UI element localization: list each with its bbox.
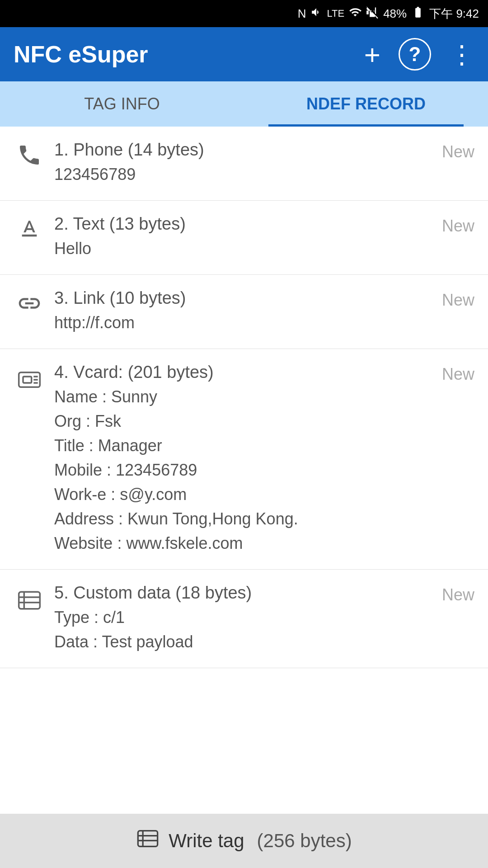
record-text-title: 2. Text (13 bytes) <box>54 214 442 234</box>
tab-bar: TAG INFO NDEF RECORD <box>0 81 488 127</box>
record-custom-badge: New <box>442 583 474 604</box>
record-custom-detail: Type : c/1 Data : Test payload <box>54 605 442 654</box>
record-link-content: 3. Link (10 bytes) http://f.com <box>50 288 442 335</box>
nfc-icon: N <box>298 7 306 21</box>
record-text[interactable]: 2. Text (13 bytes) Hello New <box>0 201 488 275</box>
phone-icon <box>9 140 50 168</box>
vcard-icon <box>9 363 50 392</box>
tab-ndef-record[interactable]: NDEF RECORD <box>244 81 488 127</box>
record-custom-title: 5. Custom data (18 bytes) <box>54 583 442 603</box>
record-vcard-badge: New <box>442 363 474 384</box>
text-icon <box>9 214 50 242</box>
record-vcard-content: 4. Vcard: (201 bytes) Name : Sunny Org :… <box>50 363 442 556</box>
record-link-detail: http://f.com <box>54 311 442 335</box>
write-tag-label: Write tag <box>169 830 244 852</box>
app-title: NFC eSuper <box>14 41 364 68</box>
help-circle-icon: ? <box>399 38 431 71</box>
write-tag-icon <box>136 827 160 855</box>
status-icons: N LTE 48% 下午 9:42 <box>298 6 479 22</box>
write-tag-bytes: (256 bytes) <box>257 830 352 852</box>
record-custom-content: 5. Custom data (18 bytes) Type : c/1 Dat… <box>50 583 442 654</box>
signal-icon <box>366 6 379 22</box>
time: 下午 9:42 <box>429 6 479 22</box>
record-link-title: 3. Link (10 bytes) <box>54 288 442 308</box>
add-button[interactable]: + <box>364 38 380 71</box>
record-text-detail: Hello <box>54 236 442 261</box>
record-phone-content: 1. Phone (14 bytes) 123456789 <box>50 140 442 187</box>
app-bar-actions: + ? ⋮ <box>364 38 474 71</box>
record-link-badge: New <box>442 288 474 310</box>
record-text-badge: New <box>442 214 474 236</box>
record-text-content: 2. Text (13 bytes) Hello <box>50 214 442 261</box>
svg-rect-5 <box>19 592 40 609</box>
records-list: 1. Phone (14 bytes) 123456789 New 2. Tex… <box>0 127 488 668</box>
record-vcard[interactable]: 4. Vcard: (201 bytes) Name : Sunny Org :… <box>0 349 488 570</box>
bottom-bar: Write tag (256 bytes) <box>0 814 488 868</box>
record-phone-title: 1. Phone (14 bytes) <box>54 140 442 160</box>
menu-button[interactable]: ⋮ <box>449 40 474 69</box>
write-tag-button[interactable]: Write tag (256 bytes) <box>136 827 352 855</box>
record-vcard-detail: Name : Sunny Org : Fsk Title : Manager M… <box>54 385 442 556</box>
tab-tag-info[interactable]: TAG INFO <box>0 81 244 127</box>
svg-rect-1 <box>23 377 32 383</box>
record-phone[interactable]: 1. Phone (14 bytes) 123456789 New <box>0 127 488 201</box>
custom-icon <box>9 583 50 613</box>
status-bar: N LTE 48% 下午 9:42 <box>0 0 488 27</box>
record-phone-detail: 123456789 <box>54 162 442 187</box>
record-custom[interactable]: 5. Custom data (18 bytes) Type : c/1 Dat… <box>0 570 488 668</box>
app-bar: NFC eSuper + ? ⋮ <box>0 27 488 81</box>
battery-icon <box>411 6 425 22</box>
battery-level: 48% <box>383 7 407 21</box>
wifi-icon <box>349 6 361 22</box>
link-icon <box>9 288 50 316</box>
record-vcard-title: 4. Vcard: (201 bytes) <box>54 363 442 382</box>
record-phone-badge: New <box>442 140 474 161</box>
svg-rect-9 <box>138 830 158 846</box>
lte-icon: LTE <box>327 8 344 19</box>
record-link[interactable]: 3. Link (10 bytes) http://f.com New <box>0 275 488 349</box>
help-button[interactable]: ? <box>399 38 431 71</box>
vol-icon <box>310 6 322 21</box>
